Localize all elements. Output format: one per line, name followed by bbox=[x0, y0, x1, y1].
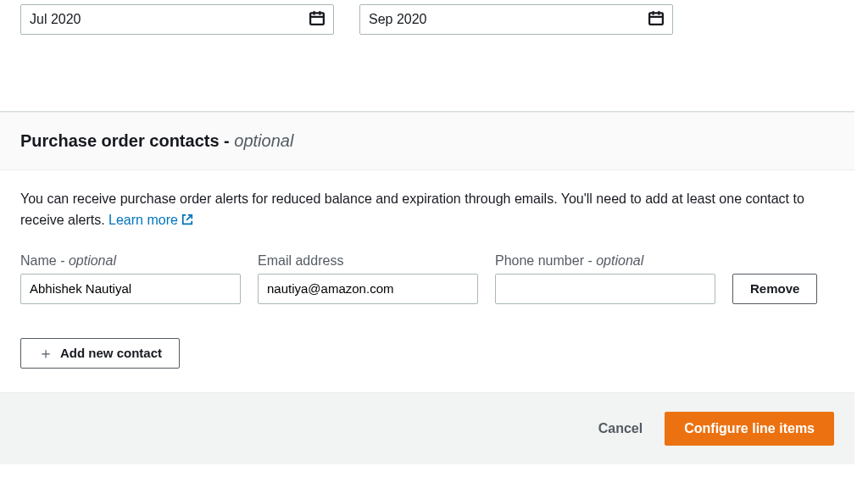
configure-line-items-button[interactable]: Configure line items bbox=[665, 412, 834, 446]
email-input[interactable] bbox=[258, 274, 478, 304]
learn-more-link[interactable]: Learn more bbox=[108, 213, 193, 227]
svg-rect-2 bbox=[314, 11, 315, 15]
date-range-row: Jul 2020 Sep 2020 bbox=[0, 0, 854, 77]
add-new-contact-button[interactable]: ＋ Add new contact bbox=[20, 338, 180, 369]
svg-rect-6 bbox=[653, 11, 654, 15]
email-label: Email address bbox=[258, 253, 478, 269]
name-input[interactable] bbox=[20, 274, 241, 304]
name-field: Name - optional bbox=[20, 253, 241, 304]
phone-label: Phone number - optional bbox=[495, 253, 715, 269]
svg-rect-1 bbox=[310, 16, 324, 18]
email-field: Email address bbox=[258, 253, 478, 304]
svg-rect-7 bbox=[658, 11, 659, 15]
footer-actions: Cancel Configure line items bbox=[0, 392, 854, 464]
svg-rect-0 bbox=[310, 13, 324, 25]
svg-rect-3 bbox=[319, 11, 320, 15]
end-date-input[interactable]: Sep 2020 bbox=[359, 4, 673, 35]
start-date-input[interactable]: Jul 2020 bbox=[20, 4, 334, 35]
phone-field: Phone number - optional bbox=[495, 253, 715, 304]
end-date-value: Sep 2020 bbox=[369, 12, 427, 27]
calendar-icon bbox=[309, 10, 325, 29]
contacts-section-body: You can receive purchase order alerts fo… bbox=[0, 170, 854, 392]
start-date-value: Jul 2020 bbox=[30, 12, 81, 27]
phone-input[interactable] bbox=[495, 274, 715, 304]
section-title: Purchase order contacts - optional bbox=[20, 131, 293, 150]
calendar-icon bbox=[648, 10, 664, 29]
svg-rect-4 bbox=[649, 13, 663, 25]
contact-row: Name - optional Email address Phone numb… bbox=[20, 253, 834, 304]
name-label: Name - optional bbox=[20, 253, 241, 269]
plus-icon: ＋ bbox=[38, 346, 53, 361]
contacts-section-header: Purchase order contacts - optional bbox=[0, 112, 854, 170]
svg-rect-5 bbox=[649, 16, 663, 18]
remove-button[interactable]: Remove bbox=[732, 274, 817, 304]
helptext: You can receive purchase order alerts fo… bbox=[20, 189, 834, 231]
external-link-icon bbox=[181, 213, 193, 227]
cancel-button[interactable]: Cancel bbox=[598, 421, 643, 436]
